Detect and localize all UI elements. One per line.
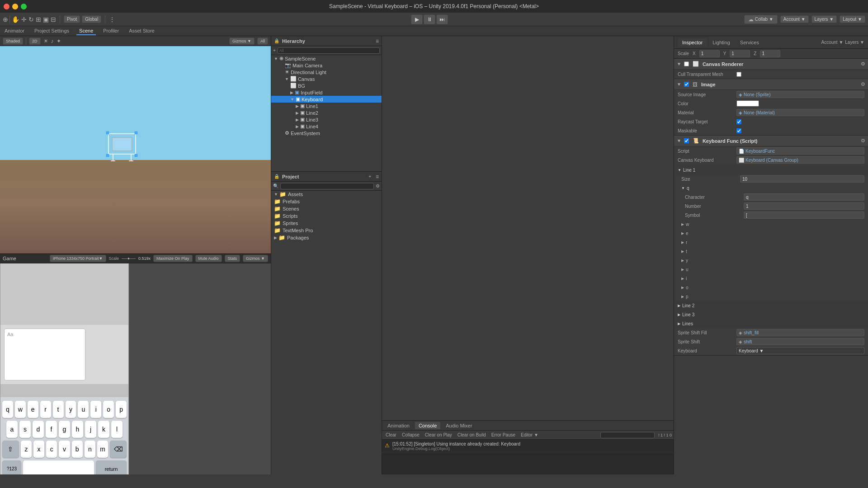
stats-button[interactable]: Stats [225,255,241,262]
console-message-1[interactable]: ⚠ [15:01:52] [Singleton] Using instance … [382,441,674,452]
gizmos-button[interactable]: Gizmos ▼ [229,38,255,45]
hierarchy-item-line2[interactable]: ▶ ▣ Line2 [271,109,382,116]
sprite-shift-value[interactable]: ◈ shift [736,338,864,345]
key-f[interactable]: f [46,421,57,438]
o-row[interactable]: ▶o [674,283,868,292]
shaded-button[interactable]: Shaded [3,38,23,45]
project-item-packages[interactable]: ▶ 📁 Packages [271,234,382,241]
mute-audio-button[interactable]: Mute Audio [195,255,222,262]
hierarchy-item-eventsystem[interactable]: ⚙ EventSystem [271,130,382,136]
hierarchy-item-line1[interactable]: ▶ ▣ Line1 [271,103,382,109]
raycast-target-checkbox[interactable] [736,119,741,124]
tab-asset-store[interactable]: Asset Store [126,27,157,35]
key-w[interactable]: w [15,401,26,418]
hierarchy-item-line3[interactable]: ▶ ▣ Line3 [271,116,382,123]
canvas-renderer-header[interactable]: ▼ ⬜ Canvas Renderer ⚙ [674,59,868,70]
audio-scene-icon[interactable]: ♪ [51,38,54,44]
keyboard-func-settings-icon[interactable]: ⚙ [861,138,865,144]
scale-z-field[interactable]: 1 [760,50,780,57]
project-lock-icon[interactable]: 🔒 [274,174,279,179]
close-button[interactable] [4,4,9,9]
r-row[interactable]: ▶r [674,238,868,247]
key-k[interactable]: k [98,421,109,438]
key-j[interactable]: j [85,421,96,438]
global-button[interactable]: Global [82,15,101,23]
hierarchy-item-line4[interactable]: ▶ ▣ Line4 [271,123,382,130]
hierarchy-item-bg[interactable]: ⬜ BG [271,82,382,89]
project-item-textmeshpro[interactable]: 📁 TextMesh Pro [271,227,382,234]
tab-audio-mixer[interactable]: Audio Mixer [442,422,476,429]
scale-tool-icon[interactable]: ⊞ [36,16,41,23]
rotate-tool-icon[interactable]: ↻ [28,16,34,23]
tab-animator[interactable]: Animator [2,27,27,35]
keyboard-func-header[interactable]: ▼ 📜 Keyboard Func (Script) ⚙ [674,136,868,146]
key-x[interactable]: x [33,441,44,458]
character-value[interactable]: q [744,193,864,201]
number-value[interactable]: 1 [744,202,864,210]
project-add-icon[interactable]: + [368,174,371,179]
hierarchy-item-inputfield[interactable]: ▶ ▣ InputField [271,89,382,96]
hierarchy-menu-icon[interactable]: ≡ [376,38,379,44]
layout-button[interactable]: Layout ▼ [840,15,865,23]
project-menu-icon[interactable]: ≡ [376,174,379,180]
w-row[interactable]: ▶w [674,220,868,229]
key-numbers[interactable]: ?123 [2,460,21,475]
key-y[interactable]: y [66,401,76,418]
step-button[interactable]: ⏭ [436,14,448,24]
scale-slider[interactable]: ──●── [122,256,136,261]
window-controls[interactable] [4,4,27,9]
line1-header[interactable]: ▼ Line 1 [674,165,868,174]
project-item-scripts[interactable]: 📁 Scripts [271,212,382,220]
material-value[interactable]: ◈ None (Material) [736,109,864,116]
key-g[interactable]: g [59,421,70,438]
keyboard-dropdown-value[interactable]: Keyboard ▼ [736,347,864,354]
hierarchy-lock-icon[interactable]: 🔒 [274,38,279,43]
move-tool-icon[interactable]: ✛ [21,16,27,23]
key-v[interactable]: v [59,441,70,458]
i-row[interactable]: ▶i [674,274,868,283]
project-item-assets[interactable]: ▼ 📁 Assets [271,191,382,198]
key-u[interactable]: u [78,401,89,418]
line3-header[interactable]: ▶ Line 3 [674,310,868,319]
layers-button[interactable]: Layers ▼ [811,15,837,23]
project-item-sprites[interactable]: 📁 Sprites [271,220,382,227]
phone-input-box[interactable]: Aa [4,328,85,380]
y-row[interactable]: ▶y [674,256,868,265]
maskable-checkbox[interactable] [736,128,741,133]
game-mode-button[interactable]: iPhone 1334x750 Portrait▼ [50,255,106,262]
account-button[interactable]: Account ▼ [780,15,809,23]
effect-scene-icon[interactable]: ✦ [57,38,61,44]
hierarchy-item-keyboard[interactable]: ▼ ▣ Keyboard [271,96,382,103]
q-header[interactable]: ▼ q [674,183,868,192]
collab-button[interactable]: ☁ Collab ▼ [744,15,778,24]
key-a[interactable]: a [6,421,18,438]
hand-tool-icon[interactable]: ✋ [12,16,19,23]
tab-animation[interactable]: Animation [384,422,413,429]
clear-on-play-button[interactable]: Clear on Play [423,432,454,438]
tab-inspector[interactable]: Inspector [678,38,707,47]
e-row[interactable]: ▶e [674,229,868,238]
tab-project-settings[interactable]: Project Settings [32,27,72,35]
pivot-button[interactable]: Pivot [64,15,80,23]
tab-profiler[interactable]: Profiler [100,27,122,35]
key-q[interactable]: q [2,401,13,418]
keyboard-func-toggle[interactable] [684,138,689,143]
key-r[interactable]: r [40,401,51,418]
project-extra-icon[interactable]: ⚙ [376,183,380,188]
add-hierarchy-icon[interactable]: + [273,48,276,53]
clear-on-build-button[interactable]: Clear on Build [456,432,488,438]
sprite-shift-fill-value[interactable]: ◈ shift_fill [736,329,864,336]
key-b[interactable]: b [72,441,83,458]
size-value[interactable]: 10 [740,175,864,183]
image-toggle[interactable] [684,82,689,87]
clear-button[interactable]: Clear [384,432,398,438]
collapse-button[interactable]: Collapse [400,432,421,438]
key-return[interactable]: return [96,460,127,475]
key-e[interactable]: e [28,401,38,418]
game-gizmos-button[interactable]: Gizmos ▼ [243,255,268,262]
image-settings-icon[interactable]: ⚙ [861,81,865,87]
project-item-scenes[interactable]: 📁 Scenes [271,205,382,212]
cull-transparent-checkbox[interactable] [736,72,741,77]
color-swatch[interactable] [736,100,759,107]
tab-services[interactable]: Services [736,38,764,47]
